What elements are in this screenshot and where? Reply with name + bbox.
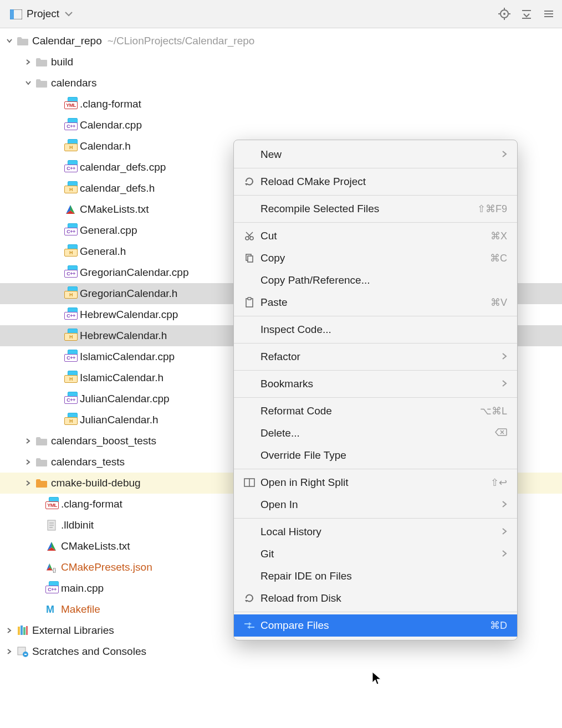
svg-rect-31 — [23, 627, 25, 635]
tree-label: Calendar.h — [80, 140, 131, 152]
svg-marker-50 — [249, 622, 252, 626]
cpp-file-icon: C++ — [64, 309, 76, 320]
file-calendar-cpp[interactable]: C++ Calendar.cpp — [0, 115, 562, 136]
tree-label: CMakePresets.json — [61, 561, 152, 573]
menu-refactor[interactable]: Refactor — [234, 346, 517, 368]
menu-local-history[interactable]: Local History — [234, 521, 517, 543]
cpp-file-icon: C++ — [64, 351, 76, 362]
svg-rect-32 — [26, 626, 28, 635]
context-menu: New Reload CMake Project Recompile Selec… — [233, 140, 518, 640]
tree-path: ~/CLionProjects/Calendar_repo — [108, 35, 255, 47]
menu-separator — [234, 195, 517, 196]
shortcut: ⌘X — [491, 230, 507, 242]
shortcut: ⌘D — [490, 619, 507, 632]
menu-paste[interactable]: Paste ⌘V — [234, 291, 517, 314]
folder-icon — [17, 35, 29, 47]
chevron-right-icon — [6, 627, 13, 634]
menu-reload-disk[interactable]: Reload from Disk — [234, 587, 517, 609]
mouse-cursor-icon — [372, 671, 382, 685]
menu-recompile[interactable]: Recompile Selected Files ⇧⌘F9 — [234, 198, 517, 220]
menu-reformat[interactable]: Reformat Code ⌥⌘L — [234, 400, 517, 422]
chevron-right-icon — [502, 378, 507, 390]
tree-label: Scratches and Consoles — [32, 645, 146, 658]
menu-new[interactable]: New — [234, 143, 517, 166]
tree-label: HebrewCalendar.cpp — [80, 309, 178, 321]
tree-label: IslamicCalendar.cpp — [80, 351, 175, 363]
svg-rect-1 — [10, 9, 14, 19]
tree-root[interactable]: Calendar_repo ~/CLionProjects/Calendar_r… — [0, 30, 562, 52]
tree-scratches[interactable]: Scratches and Consoles — [0, 641, 562, 662]
menu-separator — [234, 316, 517, 316]
chevron-right-icon — [502, 526, 507, 538]
tree-label: CMakeLists.txt — [80, 203, 149, 216]
menu-open-in[interactable]: Open In — [234, 494, 517, 516]
compare-icon — [242, 621, 257, 630]
tree-label: calendars_boost_tests — [51, 435, 156, 447]
menu-repair[interactable]: Repair IDE on Files — [234, 565, 517, 587]
menu-inspect[interactable]: Inspect Code... — [234, 319, 517, 341]
h-file-icon: H — [64, 183, 76, 194]
tree-label: main.cpp — [61, 582, 104, 594]
collapse-all-icon[interactable] — [519, 6, 534, 22]
split-right-icon — [242, 478, 257, 487]
menu-copy-path[interactable]: Copy Path/Reference... — [234, 269, 517, 291]
menu-bookmarks[interactable]: Bookmarks — [234, 373, 517, 395]
tree-label: calendars_tests — [51, 456, 125, 468]
chevron-right-icon — [6, 648, 13, 655]
cpp-file-icon: C++ — [64, 393, 76, 404]
cmake-presets-icon: {} — [45, 562, 58, 573]
folder-icon — [35, 78, 48, 89]
tree-folder-build[interactable]: build — [0, 52, 562, 73]
menu-separator — [234, 397, 517, 398]
h-file-icon: H — [64, 414, 76, 425]
tree-label: GregorianCalendar.cpp — [80, 266, 188, 279]
tree-label: .clang-format — [80, 98, 141, 110]
chevron-right-icon — [502, 148, 507, 161]
h-file-icon: H — [64, 141, 76, 152]
svg-rect-42 — [248, 256, 253, 262]
cpp-file-icon: C++ — [45, 583, 58, 594]
yml-file-icon: YML — [64, 99, 76, 110]
tree-label: calendar_defs.cpp — [80, 161, 166, 173]
tree-label: HebrewCalendar.h — [80, 330, 167, 342]
settings-gear-icon[interactable] — [541, 6, 556, 22]
menu-cut[interactable]: Cut ⌘X — [234, 225, 517, 247]
folder-icon — [35, 478, 48, 489]
yml-file-icon: YML — [45, 499, 58, 510]
menu-git[interactable]: Git — [234, 543, 517, 565]
chevron-right-icon — [502, 351, 507, 363]
shortcut: ⇧⌘F9 — [477, 203, 507, 215]
chevron-down-icon — [24, 79, 32, 87]
tree-label: calendars — [51, 77, 96, 89]
svg-marker-51 — [247, 626, 250, 629]
project-panel-icon — [10, 9, 21, 18]
menu-delete[interactable]: Delete... — [234, 422, 517, 444]
project-toolbar: Project — [0, 0, 562, 28]
reload-icon — [242, 593, 257, 604]
project-view-dropdown[interactable]: Project — [10, 8, 73, 20]
file-clang-format[interactable]: YML .clang-format — [0, 94, 562, 115]
h-file-icon: H — [64, 372, 76, 383]
menu-override-type[interactable]: Override File Type — [234, 444, 517, 466]
svg-rect-35 — [24, 654, 27, 655]
tree-label: Calendar_repo — [32, 35, 102, 47]
h-file-icon: H — [64, 288, 76, 299]
cmake-file-icon — [64, 204, 76, 215]
tree-label: build — [51, 56, 73, 68]
menu-compare-files[interactable]: Compare Files ⌘D — [234, 614, 517, 637]
folder-icon — [35, 435, 48, 447]
chevron-right-icon — [502, 499, 507, 511]
project-dropdown-label: Project — [27, 8, 59, 20]
reload-icon — [242, 176, 257, 187]
tree-folder-calendars[interactable]: calendars — [0, 73, 562, 94]
copy-icon — [242, 253, 257, 263]
menu-split-right[interactable]: Open in Right Split ⇧↩ — [234, 471, 517, 494]
menu-copy[interactable]: Copy ⌘C — [234, 247, 517, 269]
locate-target-icon[interactable] — [497, 6, 512, 22]
svg-text:M: M — [46, 604, 54, 614]
menu-reload-cmake[interactable]: Reload CMake Project — [234, 171, 517, 193]
menu-separator — [234, 222, 517, 223]
svg-point-7 — [503, 13, 505, 15]
svg-text:{}: {} — [53, 567, 56, 573]
chevron-right-icon — [24, 437, 32, 445]
